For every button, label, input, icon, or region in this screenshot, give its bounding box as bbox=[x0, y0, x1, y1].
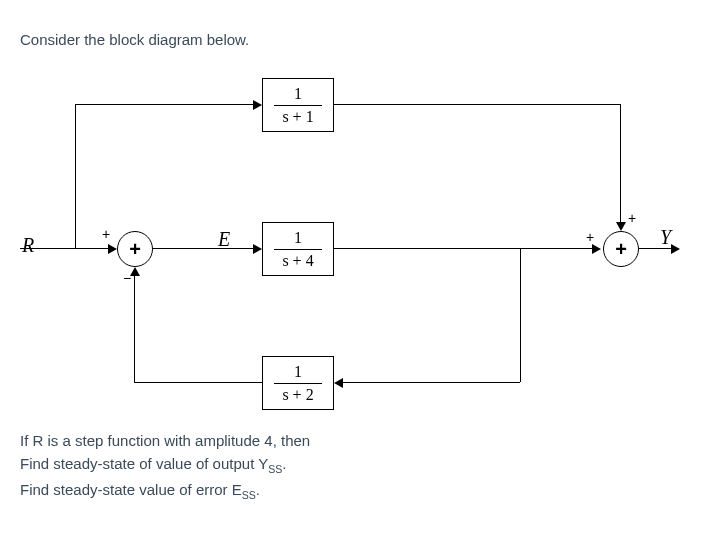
tf-denominator: s + 4 bbox=[282, 252, 313, 270]
intro-text: Consider the block diagram below. bbox=[20, 31, 688, 48]
wire bbox=[334, 104, 620, 105]
sign-plus: + bbox=[628, 210, 636, 226]
footer-line1: If R is a step function with amplitude 4… bbox=[20, 432, 688, 449]
footer-line3: Find steady-state value of error ESS. bbox=[20, 481, 688, 501]
signal-R: R bbox=[22, 234, 34, 257]
tf-denominator: s + 2 bbox=[282, 386, 313, 404]
wire bbox=[334, 248, 594, 249]
tf-numerator: 1 bbox=[294, 363, 302, 381]
wire bbox=[134, 382, 262, 383]
fraction-line bbox=[274, 105, 322, 106]
block-H: 1 s + 2 bbox=[262, 356, 334, 410]
fraction-line bbox=[274, 249, 322, 250]
text: . bbox=[282, 455, 286, 472]
wire bbox=[153, 248, 255, 249]
arrow-icon bbox=[671, 244, 680, 254]
question-text: If R is a step function with amplitude 4… bbox=[20, 432, 688, 501]
footer-line2: Find steady-state of value of output YSS… bbox=[20, 455, 688, 475]
sum-node-left: + bbox=[117, 231, 153, 267]
tf-denominator: s + 1 bbox=[282, 108, 313, 126]
sign-plus: + bbox=[586, 229, 594, 245]
sum-symbol: + bbox=[615, 238, 627, 261]
arrow-icon bbox=[616, 222, 626, 231]
wire bbox=[342, 382, 520, 383]
sum-node-right: + bbox=[603, 231, 639, 267]
wire bbox=[20, 248, 110, 249]
text: . bbox=[256, 481, 260, 498]
subscript: SS bbox=[242, 489, 256, 501]
arrow-icon bbox=[253, 244, 262, 254]
signal-Y: Y bbox=[660, 226, 671, 249]
wire bbox=[520, 248, 521, 382]
fraction-line bbox=[274, 383, 322, 384]
arrow-icon bbox=[253, 100, 262, 110]
block-G1: 1 s + 1 bbox=[262, 78, 334, 132]
arrow-icon bbox=[108, 244, 117, 254]
wire bbox=[75, 104, 76, 248]
wire bbox=[75, 104, 255, 105]
arrow-icon bbox=[592, 244, 601, 254]
wire bbox=[134, 275, 135, 382]
arrow-icon bbox=[334, 378, 343, 388]
subscript: SS bbox=[268, 463, 282, 475]
text: Find steady-state value of error E bbox=[20, 481, 242, 498]
arrow-icon bbox=[130, 267, 140, 276]
text: Find steady-state of value of output Y bbox=[20, 455, 268, 472]
tf-numerator: 1 bbox=[294, 85, 302, 103]
signal-E: E bbox=[218, 228, 230, 251]
sign-plus: + bbox=[102, 226, 110, 242]
block-G2: 1 s + 4 bbox=[262, 222, 334, 276]
tf-numerator: 1 bbox=[294, 229, 302, 247]
wire bbox=[620, 104, 621, 224]
sum-symbol: + bbox=[129, 238, 141, 261]
block-diagram: R + + − E 1 s + 1 1 s + 4 1 s + 2 + + bbox=[20, 56, 688, 426]
